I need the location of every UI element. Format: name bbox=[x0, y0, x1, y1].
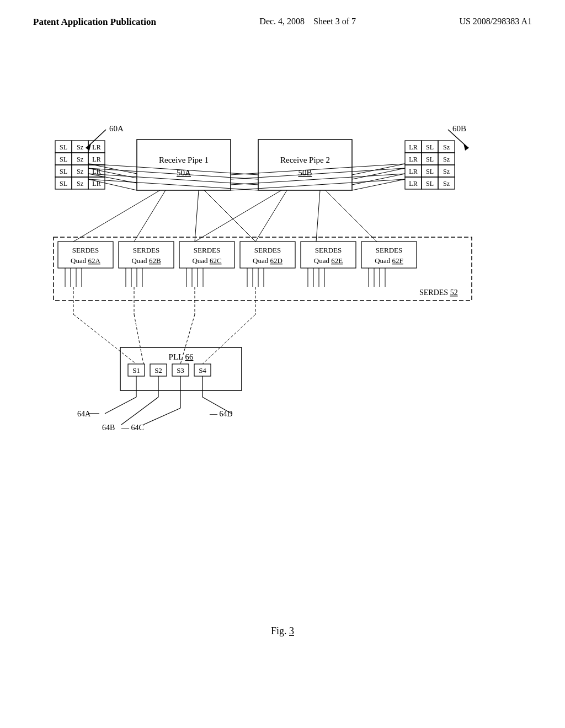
svg-text:LR: LR bbox=[409, 168, 417, 175]
svg-text:PLL 66: PLL 66 bbox=[169, 352, 194, 361]
serdes-52-label: SERDES 52 bbox=[419, 288, 458, 297]
svg-line-119 bbox=[195, 190, 199, 242]
svg-text:LR: LR bbox=[92, 156, 100, 163]
figure-caption: Fig. 3 bbox=[271, 625, 294, 636]
svg-line-107 bbox=[88, 168, 258, 179]
svg-line-117 bbox=[73, 190, 160, 242]
svg-text:SERDES: SERDES bbox=[133, 246, 159, 254]
svg-text:Sz: Sz bbox=[443, 168, 450, 175]
svg-text:SL: SL bbox=[426, 143, 434, 151]
svg-text:Quad 62A: Quad 62A bbox=[71, 256, 100, 265]
page-header: Patent Application Publication Dec. 4, 2… bbox=[0, 0, 565, 33]
svg-line-120 bbox=[204, 190, 255, 242]
svg-text:SERDES: SERDES bbox=[194, 246, 220, 254]
sheet: Sheet 3 of 7 bbox=[313, 17, 356, 26]
svg-text:S1: S1 bbox=[132, 366, 140, 374]
svg-line-138 bbox=[134, 314, 143, 364]
svg-line-118 bbox=[134, 190, 166, 242]
label-60B: 60B bbox=[452, 124, 466, 133]
svg-line-142 bbox=[202, 314, 255, 364]
svg-text:SERDES: SERDES bbox=[376, 246, 402, 254]
svg-text:S4: S4 bbox=[199, 366, 206, 374]
svg-text:SL: SL bbox=[426, 156, 434, 163]
label-64D: — 64D bbox=[209, 410, 233, 418]
date: Dec. 4, 2008 bbox=[259, 17, 305, 26]
patent-number: US 2008/298383 A1 bbox=[459, 17, 532, 26]
svg-text:Quad 62E: Quad 62E bbox=[314, 256, 343, 265]
svg-text:S3: S3 bbox=[177, 366, 184, 374]
svg-text:50B: 50B bbox=[298, 168, 312, 177]
svg-text:Sz: Sz bbox=[443, 180, 450, 188]
svg-line-124 bbox=[326, 190, 377, 242]
svg-text:Quad 62F: Quad 62F bbox=[375, 256, 403, 265]
patent-diagram: 60A SL Sz LR SL Sz LR SL Sz LR SL Sz LR … bbox=[0, 33, 565, 667]
svg-marker-33 bbox=[463, 143, 469, 151]
svg-text:Sz: Sz bbox=[77, 143, 83, 151]
svg-text:LR: LR bbox=[92, 143, 100, 151]
svg-text:Receive Pipe 1: Receive Pipe 1 bbox=[159, 156, 209, 164]
svg-text:SL: SL bbox=[60, 168, 67, 175]
svg-text:SL: SL bbox=[60, 180, 67, 188]
label-64B: 64B bbox=[102, 424, 115, 432]
svg-line-136 bbox=[73, 314, 136, 364]
svg-text:SERDES: SERDES bbox=[315, 246, 342, 254]
svg-text:Quad 62C: Quad 62C bbox=[192, 256, 221, 265]
svg-rect-29 bbox=[258, 140, 352, 190]
svg-text:SL: SL bbox=[426, 168, 434, 175]
svg-text:Sz: Sz bbox=[443, 156, 450, 163]
svg-text:LR: LR bbox=[409, 143, 417, 151]
svg-line-144 bbox=[105, 397, 136, 414]
diagram-area: 60A SL Sz LR SL Sz LR SL Sz LR SL Sz LR … bbox=[0, 33, 565, 667]
svg-text:Sz: Sz bbox=[443, 143, 450, 151]
svg-text:Quad 62B: Quad 62B bbox=[131, 256, 161, 265]
svg-text:SERDES: SERDES bbox=[72, 246, 99, 254]
publication-label: Patent Application Publication bbox=[33, 17, 156, 28]
svg-text:Sz: Sz bbox=[77, 180, 83, 188]
svg-text:S2: S2 bbox=[154, 366, 162, 374]
svg-text:LR: LR bbox=[409, 180, 417, 188]
svg-line-148 bbox=[143, 408, 180, 425]
svg-text:Sz: Sz bbox=[77, 156, 83, 163]
svg-line-123 bbox=[316, 190, 320, 242]
svg-text:Sz: Sz bbox=[77, 168, 83, 175]
date-sheet: Dec. 4, 2008 Sheet 3 of 7 bbox=[259, 17, 356, 26]
svg-rect-26 bbox=[137, 140, 231, 190]
svg-line-122 bbox=[255, 190, 287, 242]
svg-line-121 bbox=[195, 190, 281, 242]
svg-text:Receive Pipe 2: Receive Pipe 2 bbox=[280, 156, 330, 164]
svg-text:LR: LR bbox=[409, 156, 417, 163]
label-60A: 60A bbox=[109, 124, 124, 133]
svg-text:SL: SL bbox=[60, 156, 67, 163]
label-64C: — 64C bbox=[121, 424, 144, 432]
svg-text:Quad 62D: Quad 62D bbox=[253, 256, 282, 265]
svg-text:SL: SL bbox=[60, 143, 67, 151]
svg-text:SERDES: SERDES bbox=[254, 246, 281, 254]
svg-text:SL: SL bbox=[426, 180, 434, 188]
